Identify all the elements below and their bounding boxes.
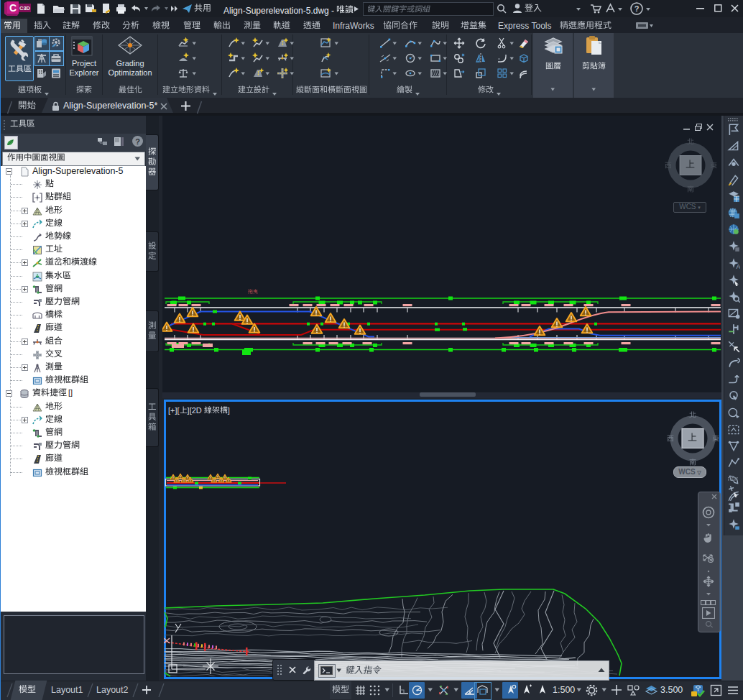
svg-text:C: C (9, 2, 17, 14)
svg-text:A: A (736, 262, 740, 269)
svg-text:?: ? (135, 137, 140, 146)
svg-text:C3D: C3D (19, 5, 31, 11)
svg-text:?: ? (634, 4, 640, 13)
